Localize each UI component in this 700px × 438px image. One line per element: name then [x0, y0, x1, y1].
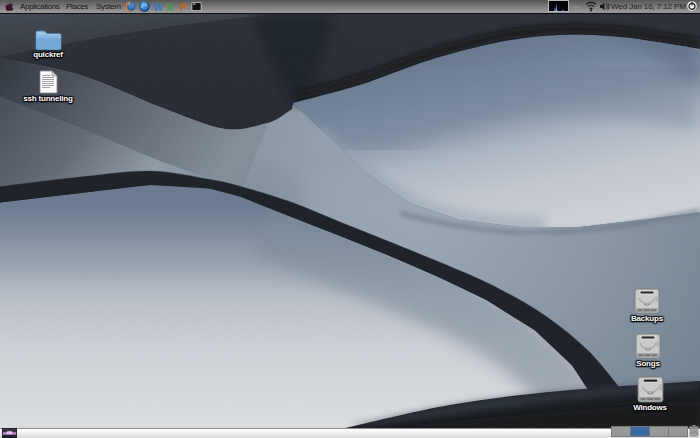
svg-text:X: X: [167, 2, 174, 13]
svg-text:P: P: [180, 2, 187, 13]
svg-text:W: W: [153, 2, 163, 13]
